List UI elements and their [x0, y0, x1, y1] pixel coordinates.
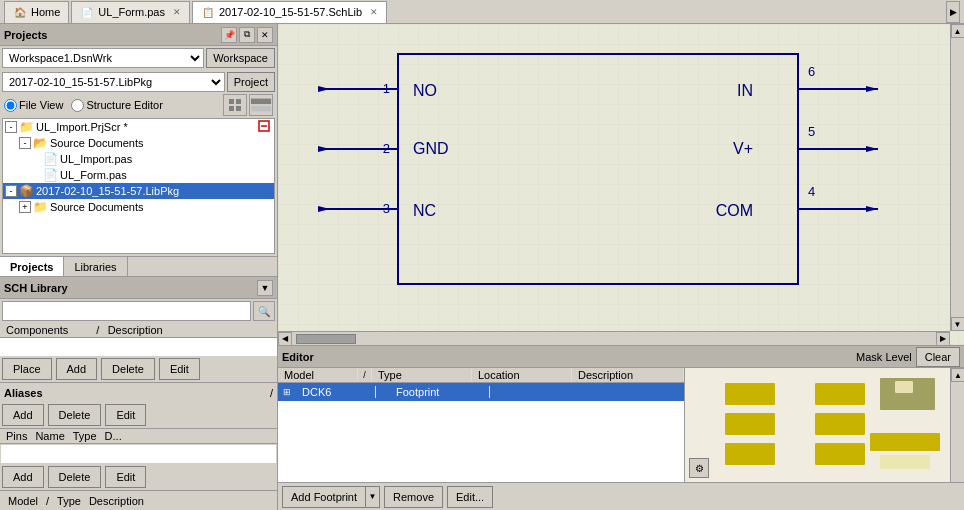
view-icon-1[interactable] — [223, 94, 247, 116]
sch-place-button[interactable]: Place — [2, 358, 52, 380]
schematic-area[interactable]: 1 2 3 6 5 — [278, 24, 964, 345]
tab-ul-form-close[interactable]: ✕ — [173, 7, 181, 17]
tab-home[interactable]: 🏠 Home — [4, 1, 69, 23]
pins-d: D... — [101, 430, 126, 442]
file-view-label: File View — [19, 99, 63, 111]
schematic-scroll-right[interactable]: ▲ ▼ — [950, 24, 964, 331]
panel-header-icons: 📌 ⧉ ✕ — [221, 27, 273, 43]
workspace-button[interactable]: Workspace — [206, 48, 275, 68]
scroll-thumb-h[interactable] — [296, 334, 356, 344]
file-view-radio-label[interactable]: File View — [4, 99, 63, 112]
ul-form-pas-icon: 📄 — [43, 168, 58, 182]
view-icon-2[interactable] — [249, 94, 273, 116]
preview-scroll[interactable]: ▲ — [950, 368, 964, 482]
structure-editor-radio-label[interactable]: Structure Editor — [71, 99, 162, 112]
tree-label-ul-form-pas: UL_Form.pas — [60, 169, 127, 181]
svg-text:2: 2 — [383, 141, 390, 156]
tree-expand-source-docs-2[interactable]: + — [19, 201, 31, 213]
home-tab-icon: 🏠 — [13, 5, 27, 19]
schematic-scroll-bottom[interactable]: ◀ ▶ — [278, 331, 950, 345]
scroll-right-button[interactable]: ▶ — [936, 332, 950, 346]
file-view-radio[interactable] — [4, 99, 17, 112]
scroll-up-button[interactable]: ▲ — [951, 24, 965, 38]
tab-ul-form[interactable]: 📄 UL_Form.pas ✕ — [71, 1, 190, 23]
preview-scroll-up[interactable]: ▲ — [951, 368, 964, 382]
svg-marker-18 — [318, 206, 330, 212]
tree-item-ul-import-pas[interactable]: 📄 UL_Import.pas — [3, 151, 274, 167]
pins-delete-button[interactable]: Delete — [48, 466, 102, 488]
component-symbol: 1 2 3 6 5 — [318, 34, 878, 314]
remove-button[interactable]: Remove — [384, 486, 443, 508]
project-button[interactable]: Project — [227, 72, 275, 92]
sch-chevron-icon[interactable]: ▼ — [257, 280, 273, 296]
editor-table[interactable]: Model / Type Location Description ⊞ DCK6… — [278, 368, 684, 482]
editor-footer: Add Footprint ▼ Remove Edit... — [278, 482, 964, 510]
add-footprint-dropdown[interactable]: ▼ — [366, 486, 380, 508]
tree-expand-source-docs-1[interactable]: - — [19, 137, 31, 149]
editor-col-desc-header: Description — [572, 369, 684, 381]
sch-search-button[interactable]: 🔍 — [253, 301, 275, 321]
svg-marker-20 — [866, 86, 878, 92]
workspace-select[interactable]: Workspace1.DsnWrk — [2, 48, 204, 68]
sch-header-icons: ▼ — [257, 280, 273, 296]
tab-schlib-close[interactable]: ✕ — [370, 7, 378, 17]
panel-close-icon[interactable]: ✕ — [257, 27, 273, 43]
editor-row-dck6[interactable]: ⊞ DCK6 Footprint — [278, 383, 684, 401]
tree-area[interactable]: - 📁 UL_Import.PrjScr * - 📂 Source Docume… — [2, 118, 275, 254]
sch-edit-button[interactable]: Edit — [159, 358, 200, 380]
sch-add-button[interactable]: Add — [56, 358, 98, 380]
preview-settings-icon[interactable]: ⚙ — [689, 458, 709, 478]
tab-overflow-btn[interactable]: ▶ — [946, 1, 960, 23]
svg-text:6: 6 — [808, 64, 815, 79]
model-type: Type — [53, 495, 85, 507]
pins-header: Pins Name Type D... — [0, 428, 277, 444]
pins-edit-button[interactable]: Edit — [105, 466, 146, 488]
pins-type: Type — [69, 430, 101, 442]
footprint-preview-svg — [685, 373, 964, 482]
scroll-left-button[interactable]: ◀ — [278, 332, 292, 346]
scroll-down-button[interactable]: ▼ — [951, 317, 965, 331]
svg-marker-24 — [866, 206, 878, 212]
bottom-tabs: Projects Libraries — [0, 256, 277, 276]
editor-title: Editor — [282, 351, 314, 363]
bottom-tab-projects-label: Projects — [10, 261, 53, 273]
sch-col-sep: / — [92, 324, 104, 336]
bottom-tab-libraries[interactable]: Libraries — [64, 257, 127, 276]
editor-content: Model / Type Location Description ⊞ DCK6… — [278, 368, 964, 482]
aliases-row: Aliases / — [0, 382, 277, 402]
add-footprint-button[interactable]: Add Footprint — [282, 486, 366, 508]
tree-item-source-docs-1[interactable]: - 📂 Source Documents — [3, 135, 274, 151]
tree-item-source-docs-2[interactable]: + 📁 Source Documents — [3, 199, 274, 215]
editor-panel: Editor Mask Level Clear Model / Type — [278, 345, 964, 510]
svg-text:IN: IN — [737, 82, 753, 99]
model-label: Model — [4, 495, 42, 507]
bottom-tab-projects[interactable]: Projects — [0, 257, 64, 276]
sch-search-input[interactable] — [2, 301, 251, 321]
panel-pin-icon[interactable]: 📌 — [221, 27, 237, 43]
svg-text:NC: NC — [413, 202, 436, 219]
sch-delete-button[interactable]: Delete — [101, 358, 155, 380]
svg-rect-36 — [725, 443, 775, 465]
tree-expand-libpkg[interactable]: - — [5, 185, 17, 197]
tree-item-libpkg[interactable]: - 📦 2017-02-10_15-51-57.LibPkg — [3, 183, 274, 199]
add-footprint-group: Add Footprint ▼ — [282, 486, 380, 508]
sch-col-description: Description — [104, 324, 275, 336]
ul-import-modified-icon — [258, 120, 270, 134]
clear-button[interactable]: Clear — [916, 347, 960, 367]
aliases-delete-button[interactable]: Delete — [48, 404, 102, 426]
tree-item-ul-form-pas[interactable]: 📄 UL_Form.pas — [3, 167, 274, 183]
pins-list[interactable] — [1, 445, 276, 463]
panel-float-icon[interactable]: ⧉ — [239, 27, 255, 43]
sch-components-list[interactable] — [0, 338, 277, 356]
aliases-add-button[interactable]: Add — [2, 404, 44, 426]
aliases-edit-button[interactable]: Edit — [105, 404, 146, 426]
tab-schlib[interactable]: 📋 2017-02-10_15-51-57.SchLib ✕ — [192, 1, 387, 23]
tree-item-ul-import[interactable]: - 📁 UL_Import.PrjScr * — [3, 119, 274, 135]
pins-add-button[interactable]: Add — [2, 466, 44, 488]
edit-model-button[interactable]: Edit... — [447, 486, 493, 508]
tree-label-ul-import: UL_Import.PrjScr * — [36, 121, 128, 133]
project-select[interactable]: 2017-02-10_15-51-57.LibPkg — [2, 72, 225, 92]
structure-editor-radio[interactable] — [71, 99, 84, 112]
tree-expand-ul-import[interactable]: - — [5, 121, 17, 133]
sch-library-header: SCH Library ▼ — [0, 277, 277, 299]
